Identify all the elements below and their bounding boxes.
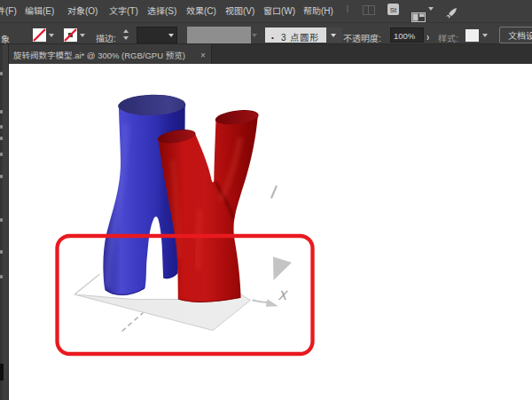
stroke-weight-label[interactable]: 描边: [96,31,116,44]
tab-close-icon[interactable]: × [200,48,206,61]
axis-tick-mark [271,186,276,198]
ground-back-edge [74,274,100,294]
menu-object[interactable]: 对象(O) [67,4,98,17]
tools-panel-edge [0,44,9,400]
width-profile-select[interactable] [187,27,251,43]
tool-icon-fragment[interactable] [0,153,3,156]
menu-select[interactable]: 选择(S) [147,4,176,17]
control-bar: 象 描边: • 3 点圆形 不透明度: 100% › 样式: 文档设置 [0,22,532,44]
menu-bar: 文件(F) 编辑(E) 对象(O) 文字(T) 选择(S) 效果(C) 视图(V… [0,0,532,22]
brush-chevron-button[interactable] [326,27,342,43]
document-tab-bar: 旋转阀数字模型.ai* @ 300% (RGB/GPU 预览) × [9,44,532,64]
tool-icon-fragment[interactable] [0,72,3,75]
document-tab-title: 旋转阀数字模型.ai* @ 300% (RGB/GPU 预览) [13,49,185,61]
tool-icon-fragment[interactable] [0,175,3,178]
chevron-down-icon[interactable] [428,7,434,11]
tool-icon-fragment[interactable] [0,250,3,254]
tool-icon-fragment[interactable] [0,218,3,222]
style-chevron-icon[interactable] [482,34,488,37]
menu-window[interactable]: 窗口(W) [263,4,295,17]
appbar-separator [347,5,348,12]
document-setup-button[interactable]: 文档设置 [499,27,532,43]
stroke-color-swatch[interactable] [64,28,77,42]
opacity-expand-icon[interactable]: › [426,27,429,44]
x-axis-label: X [278,288,289,302]
menu-view[interactable]: 视图(V) [225,4,254,17]
gpu-rocket-icon[interactable] [445,3,458,22]
width-profile-chevron-icon[interactable] [252,34,257,37]
red-trunk-highlight [198,208,200,271]
stroke-weight-chevron-icon [168,34,174,37]
selection-type-label: 象 [1,32,10,44]
tool-icon-fragment[interactable] [0,275,3,278]
axis-arrowhead-triangle [273,257,292,281]
menu-edit[interactable]: 编辑(E) [25,4,54,17]
fill-color-swatch[interactable] [33,28,46,42]
x-axis-line [253,300,270,302]
opacity-input[interactable]: 100% [390,27,424,43]
menu-effect[interactable]: 效果(C) [186,4,216,17]
menu-type[interactable]: 文字(T) [109,4,138,17]
brush-definition-value: 3 点圆形 [281,30,319,43]
tool-icon-fragment[interactable] [0,125,3,129]
fill-chevron-icon[interactable] [49,34,54,37]
tools-panel-shade [0,44,3,400]
tools-color-swatch-fragment[interactable] [0,364,4,380]
artwork-svg: X [9,64,532,400]
graphic-style-label: 样式: [438,31,458,44]
artboard-canvas[interactable]: X [9,64,532,400]
stroke-weight-select[interactable] [137,27,177,43]
axis-indicator: X [253,186,293,307]
workspace-switcher-icon[interactable] [411,5,426,22]
brush-definition-select[interactable]: • 3 点圆形 [265,27,326,43]
stroke-weight-down-icon[interactable] [123,36,129,40]
menu-help[interactable]: 帮助(H) [303,4,333,17]
tool-icon-fragment[interactable] [0,110,3,114]
adobe-stock-icon[interactable]: St [387,4,399,15]
graphic-style-swatch[interactable] [466,29,479,42]
menu-file[interactable]: 文件(F) [0,4,17,17]
brush-preview-dot: • [271,32,274,42]
x-axis-arrowhead [266,299,278,307]
stroke-weight-up-icon[interactable] [123,29,129,33]
tool-icon-fragment[interactable] [0,137,3,140]
opacity-label[interactable]: 不透明度: [343,31,381,44]
arrange-documents-icon[interactable] [363,5,375,15]
stroke-chevron-icon[interactable] [80,34,85,37]
document-tab[interactable]: 旋转阀数字模型.ai* @ 300% (RGB/GPU 预览) × [9,44,212,64]
brush-chevron-icon [331,34,336,37]
hidden-axis-dashed-line [122,313,144,332]
illustrator-window: X 文件(F) 编辑(E) [0,0,532,400]
